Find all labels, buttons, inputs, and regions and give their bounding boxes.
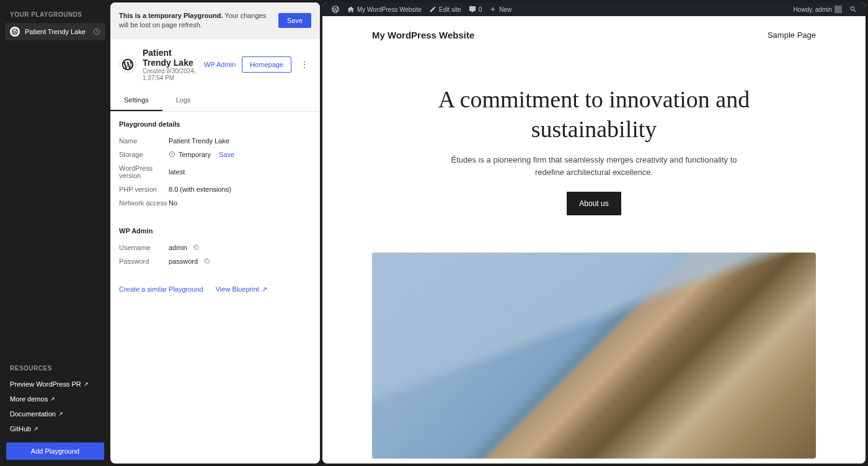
detail-name: Name Patient Trendy Lake xyxy=(119,134,311,148)
sidebar-playground-item[interactable]: Patient Trendy Lake xyxy=(5,23,105,40)
temporary-banner: This is a temporary Playground. Your cha… xyxy=(110,2,320,39)
storage-save-link[interactable]: Save xyxy=(219,151,234,158)
panel-tabs: Settings Logs xyxy=(110,90,320,112)
tab-settings[interactable]: Settings xyxy=(110,90,162,111)
external-icon: ↗ xyxy=(84,381,89,387)
playground-title: Patient Trendy Lake xyxy=(143,48,198,68)
add-playground-button[interactable]: Add Playground xyxy=(6,442,104,460)
clock-icon xyxy=(93,28,100,35)
copy-icon[interactable] xyxy=(193,244,200,251)
playground-header: Patient Trendy Lake Created 9/30/2024, 1… xyxy=(110,39,320,90)
ab-new[interactable]: New xyxy=(485,6,515,13)
wpadmin-heading: WP Admin xyxy=(119,227,311,235)
playground-item-name: Patient Trendy Lake xyxy=(25,28,93,35)
home-icon xyxy=(347,6,355,13)
homepage-button[interactable]: Homepage xyxy=(242,56,291,73)
detail-username: Username admin xyxy=(119,241,311,254)
banner-save-button[interactable]: Save xyxy=(278,13,311,28)
ab-howdy[interactable]: Howdy, admin xyxy=(789,6,846,13)
copy-icon[interactable] xyxy=(203,258,210,264)
wordpress-icon xyxy=(10,27,20,37)
comment-icon xyxy=(469,6,476,13)
external-icon: ↗ xyxy=(33,426,38,432)
site-title[interactable]: My WordPress Website xyxy=(372,30,474,40)
pencil-icon xyxy=(429,6,436,13)
details-panel: This is a temporary Playground. Your cha… xyxy=(110,2,320,464)
detail-network: Network access No xyxy=(119,196,311,210)
site-content[interactable]: My WordPress Website Sample Page A commi… xyxy=(322,16,866,464)
search-icon xyxy=(849,6,857,13)
ab-edit-site[interactable]: Edit site xyxy=(425,6,465,13)
playgrounds-heading: YOUR PLAYGROUNDS xyxy=(0,0,110,23)
detail-storage: Storage Temporary Save xyxy=(119,148,311,161)
ab-comments[interactable]: 0 xyxy=(465,6,486,13)
wp-admin-bar: My WordPress Website Edit site 0 New How… xyxy=(322,2,866,16)
avatar xyxy=(835,6,842,13)
resource-preview-pr[interactable]: Preview WordPress PR↗ xyxy=(10,377,100,392)
resource-github[interactable]: GitHub↗ xyxy=(10,421,100,436)
more-menu-button[interactable]: ⋮ xyxy=(298,57,311,72)
resource-documentation[interactable]: Documentation↗ xyxy=(10,406,100,421)
svg-rect-3 xyxy=(206,260,210,264)
ab-wordpress[interactable] xyxy=(327,5,343,14)
ab-site-name[interactable]: My WordPress Website xyxy=(343,6,425,13)
detail-password: Password password xyxy=(119,254,311,268)
external-icon: ↗ xyxy=(50,396,55,402)
detail-wp-version: WordPress version latest xyxy=(119,161,311,182)
banner-text: This is a temporary Playground. Your cha… xyxy=(119,11,272,30)
detail-php-version: PHP version 8.0 (with extensions) xyxy=(119,182,311,196)
tab-logs[interactable]: Logs xyxy=(162,90,205,111)
hero-title: A commitment to innovation and sustainab… xyxy=(408,85,780,144)
svg-rect-2 xyxy=(195,246,199,250)
hero-subtitle: Études is a pioneering firm that seamles… xyxy=(439,154,749,178)
nav-sample-page[interactable]: Sample Page xyxy=(768,30,816,40)
hero-section: A commitment to innovation and sustainab… xyxy=(322,54,866,228)
ab-search[interactable] xyxy=(846,6,861,13)
external-icon: ↗ xyxy=(58,411,63,417)
wordpress-icon xyxy=(119,56,136,73)
wp-admin-link[interactable]: WP Admin xyxy=(204,61,236,68)
about-us-button[interactable]: About us xyxy=(567,192,621,215)
resource-more-demos[interactable]: More demos↗ xyxy=(10,392,100,406)
view-blueprint-link[interactable]: View Blueprint ↗ xyxy=(216,285,267,293)
playground-created: Created 9/30/2024, 1:37:54 PM xyxy=(143,68,198,81)
site-preview: My WordPress Website Edit site 0 New How… xyxy=(322,2,866,464)
sidebar: YOUR PLAYGROUNDS Patient Trendy Lake RES… xyxy=(0,0,110,466)
clock-icon xyxy=(169,151,175,158)
details-heading: Playground details xyxy=(119,120,311,128)
resources-heading: RESOURCES xyxy=(0,354,110,377)
external-icon: ↗ xyxy=(262,285,267,293)
create-similar-link[interactable]: Create a similar Playground xyxy=(119,285,203,293)
site-header: My WordPress Website Sample Page xyxy=(322,16,866,54)
hero-image xyxy=(372,253,816,459)
plus-icon xyxy=(489,6,497,13)
